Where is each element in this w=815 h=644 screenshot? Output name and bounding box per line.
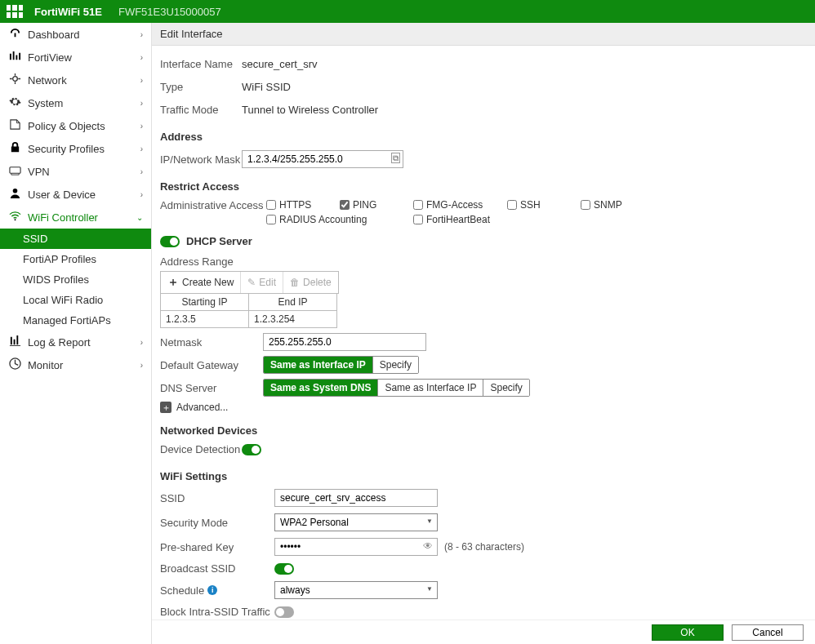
broadcast-label: Broadcast SSID: [160, 562, 274, 575]
chevron-right-icon: ›: [140, 76, 143, 85]
nav-dashboard[interactable]: Dashboard›: [0, 23, 151, 46]
access-fmg-checkbox[interactable]: FMG-Access: [413, 199, 507, 211]
dns-server-segment-option[interactable]: Specify: [483, 380, 528, 396]
dashboard-icon: [8, 27, 21, 42]
device-detect-toggle[interactable]: [242, 444, 261, 455]
psk-hint: (8 - 63 characters): [444, 541, 524, 553]
interface-name-value: secure_cert_srv: [242, 58, 317, 70]
block-intra-toggle[interactable]: [274, 606, 294, 618]
edit-icon: ✎: [247, 277, 256, 288]
psk-label: Pre-shared Key: [160, 541, 274, 553]
table-row[interactable]: 1.2.3.5 1.2.3.254: [161, 311, 337, 328]
address-section-title: Address: [160, 131, 807, 143]
nav-label: Policy & Objects: [28, 120, 105, 132]
netmask-label: Netmask: [160, 336, 242, 349]
nav-wifi[interactable]: WiFi Controller⌄: [0, 206, 151, 229]
edit-button[interactable]: ✎Edit: [241, 272, 283, 293]
ssid-label: SSID: [160, 492, 274, 504]
access-ssh-checkbox[interactable]: SSH: [507, 199, 581, 211]
default-gateway-segment-option[interactable]: Specify: [373, 357, 418, 373]
dhcp-label: DHCP Server: [186, 235, 252, 247]
nav-label: System: [28, 97, 63, 109]
subnav-item[interactable]: Managed FortiAPs: [0, 310, 151, 331]
cell-end-ip: 1.2.3.254: [249, 311, 337, 328]
schedule-select[interactable]: always: [274, 581, 438, 599]
nav-fortiview[interactable]: FortiView›: [0, 46, 151, 69]
col-end-ip: End IP: [249, 294, 337, 311]
address-range-label: Address Range: [160, 255, 807, 268]
chevron-right-icon: ›: [140, 190, 143, 199]
type-value: WiFi SSID: [242, 81, 291, 93]
nav-system[interactable]: System›: [0, 91, 151, 114]
traffic-mode-label: Traffic Mode: [160, 104, 242, 116]
interface-name-label: Interface Name: [160, 58, 242, 70]
nav-network[interactable]: Network›: [0, 69, 151, 91]
advanced-toggle[interactable]: ＋ Advanced...: [160, 402, 807, 413]
dns-server-segment-option[interactable]: Same as Interface IP: [378, 380, 483, 396]
security-mode-select[interactable]: WPA2 Personal: [274, 513, 438, 531]
product-name: FortiWiFi 51E: [34, 6, 102, 18]
default-gateway-segment: Same as Interface IPSpecify: [263, 356, 419, 374]
sidebar: Dashboard›FortiView›Network›System›Polic…: [0, 23, 152, 644]
nav-label: FortiView: [28, 51, 72, 64]
security-icon: [8, 141, 21, 156]
vpn-icon: [8, 164, 21, 179]
default-gateway-segment-option[interactable]: Same as Interface IP: [264, 357, 373, 373]
type-label: Type: [160, 81, 242, 93]
ssid-input[interactable]: [274, 489, 438, 507]
access-fhb-checkbox[interactable]: FortiHeartBeat: [413, 214, 523, 225]
access-snmp-checkbox[interactable]: SNMP: [581, 199, 654, 211]
cell-start-ip: 1.2.3.5: [161, 311, 249, 328]
dns-server-segment-option[interactable]: Same as System DNS: [264, 380, 378, 396]
range-toolbar: ＋Create New ✎Edit 🗑Delete: [160, 271, 339, 294]
subnav-item[interactable]: FortiAP Profiles: [0, 249, 151, 269]
nav-user[interactable]: User & Device›: [0, 183, 151, 206]
nav-label: WiFi Controller: [28, 211, 98, 224]
svg-point-1: [12, 189, 17, 193]
access-ping-checkbox[interactable]: PING: [340, 199, 413, 211]
nav-vpn[interactable]: VPN›: [0, 160, 151, 183]
device-detect-label: Device Detection: [160, 443, 242, 455]
nav-security[interactable]: Security Profiles›: [0, 137, 151, 160]
nav-label: VPN: [28, 166, 50, 178]
expand-icon: ＋: [160, 402, 171, 413]
access-https-checkbox[interactable]: HTTPS: [266, 199, 340, 211]
nav-label: Network: [28, 74, 67, 87]
ip-input[interactable]: [242, 150, 403, 168]
netmask-input[interactable]: [263, 333, 426, 351]
dhcp-toggle[interactable]: [160, 236, 180, 247]
chevron-right-icon: ›: [140, 99, 143, 108]
policy-icon: [8, 118, 21, 133]
delete-button[interactable]: 🗑Delete: [283, 272, 338, 293]
nav-monitor[interactable]: Monitor›: [0, 353, 151, 376]
user-icon: [8, 187, 21, 202]
chevron-right-icon: ›: [140, 53, 143, 62]
chevron-right-icon: ›: [140, 30, 143, 39]
wifi-icon: [8, 210, 21, 224]
chevron-right-icon: ›: [140, 144, 143, 153]
chevron-down-icon: ⌄: [136, 213, 143, 222]
subnav-item[interactable]: Local WiFi Radio: [0, 290, 151, 310]
eye-icon[interactable]: 👁: [423, 540, 433, 552]
nav-policy[interactable]: Policy & Objects›: [0, 114, 151, 137]
ip-label: IP/Network Mask: [160, 153, 242, 166]
ip-picker-icon[interactable]: ⧉: [391, 153, 400, 163]
restrict-section-title: Restrict Access: [160, 180, 807, 193]
info-icon[interactable]: i: [207, 585, 217, 595]
psk-input[interactable]: [274, 538, 438, 556]
broadcast-toggle[interactable]: [274, 563, 294, 575]
network-icon: [8, 73, 21, 87]
trash-icon: 🗑: [290, 277, 300, 288]
nav-log[interactable]: Log & Report›: [0, 331, 151, 353]
chevron-right-icon: ›: [140, 361, 143, 370]
subnav-item[interactable]: SSID: [0, 229, 151, 249]
ok-button[interactable]: OK: [652, 624, 724, 641]
access-radius-checkbox[interactable]: RADIUS Accounting: [266, 214, 413, 225]
cancel-button[interactable]: Cancel: [732, 624, 804, 641]
subnav-item[interactable]: WIDS Profiles: [0, 269, 151, 290]
create-new-button[interactable]: ＋Create New: [161, 272, 241, 293]
form-area: Interface Name secure_cert_srv Type WiFi…: [152, 46, 815, 620]
chevron-right-icon: ›: [140, 122, 143, 131]
chevron-right-icon: ›: [140, 338, 143, 347]
serial-number: FWF51E3U15000057: [118, 6, 221, 18]
